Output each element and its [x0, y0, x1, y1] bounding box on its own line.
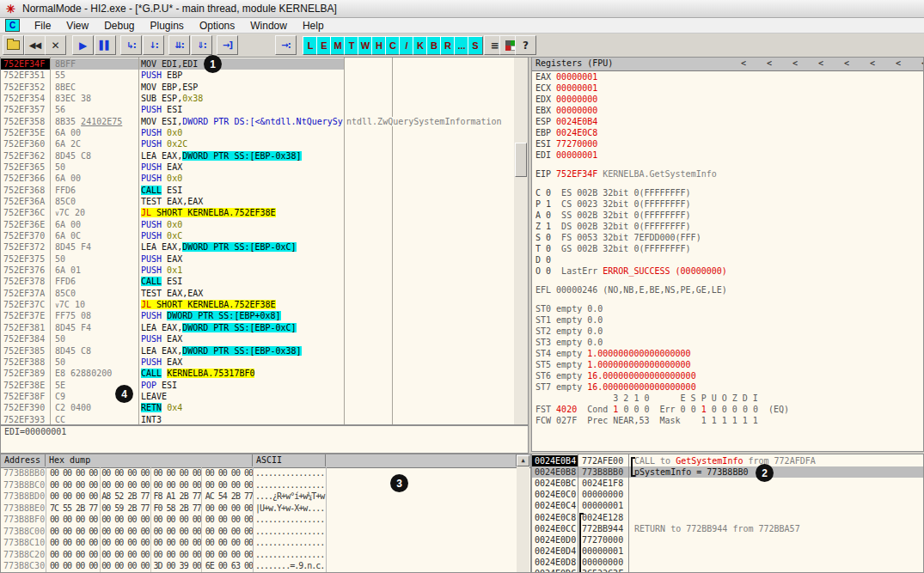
register-line[interactable]: ST7 empty 16.000000000000000000 — [535, 381, 923, 393]
text-segment: 85C0 — [55, 197, 76, 206]
register-line[interactable]: ST6 empty 16.000000000000000000 — [535, 370, 923, 381]
disasm-row[interactable]: 752EF37A85C0TEST EAX,EAX — [1, 288, 528, 299]
disasm-row[interactable]: 752EF389E8 62880200CALL KERNELBA.75317BF… — [1, 368, 528, 379]
disasm-row[interactable]: 752EF3728D45 F4LEA EAX,DWORD PTR SS:[EBP… — [1, 241, 528, 253]
menu-item-options[interactable]: Options — [192, 19, 242, 33]
register-line[interactable]: EIP 752EF34F KERNELBA.GetSystemInfo — [535, 168, 923, 180]
disasm-row[interactable]: 752EF38450PUSH EAX — [1, 333, 528, 344]
register-line[interactable]: 3 2 1 0 E S P U O Z D I — [535, 393, 923, 404]
disasm-row[interactable]: 752EF35483EC 38SUB ESP,0x38 — [1, 93, 528, 104]
stack-row[interactable]: 0024E0D077270000 — [532, 534, 923, 546]
register-line[interactable]: ST3 empty 0.0 — [535, 337, 923, 348]
register-line[interactable]: ST0 empty 0.0 — [535, 303, 923, 314]
open-file-button[interactable] — [3, 35, 24, 55]
disasm-row[interactable]: 752EF36E6A 00PUSH 0x0 — [1, 219, 528, 230]
cpu-window-system-icon[interactable]: C — [5, 19, 20, 32]
disasm-row[interactable]: 752EF390C2 0400RETN 0x4 — [1, 402, 528, 413]
stack-row[interactable]: 0024E0B4772AFE00CALL to GetSystemInfo fr… — [532, 455, 923, 466]
pause-button[interactable]: ▌▌ — [95, 35, 116, 55]
disasm-row[interactable]: 752EF3818D45 F4LEA EAX,DWORD PTR SS:[EBP… — [1, 322, 528, 333]
register-line[interactable]: C 0 ES 002B 32bit 0(FFFFFFFF) — [535, 187, 923, 198]
disasm-row[interactable]: 752EF37EFF75 08PUSH DWORD PTR SS:[EBP+0x… — [1, 310, 528, 321]
menu-item-plugins[interactable]: Plugins — [143, 19, 192, 33]
disasm-row[interactable]: 752EF368FFD6CALL ESI — [1, 185, 528, 196]
disasm-instruction: RETN 0x4 — [138, 402, 344, 413]
register-line[interactable]: EBX 00000000 — [535, 105, 923, 116]
register-line[interactable]: D 0 — [535, 254, 923, 265]
disasm-row[interactable]: 752EF38850PUSH EAX — [1, 357, 528, 368]
disasm-row[interactable]: 752EF3628D45 C8LEA EAX,DWORD PTR SS:[EBP… — [1, 150, 528, 162]
disasm-row[interactable]: 752EF3588B35 24102E75MOV ESI,DWORD PTR D… — [1, 116, 528, 127]
stack-row[interactable]: 0024E0C400000001 — [532, 500, 923, 511]
register-line[interactable]: EFL 00000246 (NO,NB,E,BE,NS,PE,GE,LE) — [535, 284, 923, 296]
stack-row[interactable]: 0024E0CC772BB944RETURN to 772BB944 from … — [532, 523, 923, 534]
register-line[interactable]: EDI 00000001 — [535, 149, 923, 161]
disasm-row[interactable]: 752EF3666A 00PUSH 0x0 — [1, 173, 528, 184]
close-program-icon: ✕ — [51, 40, 59, 52]
restart-button[interactable]: ◀◀ — [24, 35, 46, 55]
help-button[interactable]: ? — [515, 35, 536, 55]
disasm-row[interactable]: 752EF36A85C0TEST EAX,EAX — [1, 196, 528, 207]
toolbar: ◀◀✕▶▌▌↳:↓:⇊:⇓:→]→:≡?LEMTWHC/KBR...S — [0, 34, 924, 58]
register-line[interactable]: EAX 00000001 — [535, 71, 923, 82]
register-line[interactable]: ESP 0024E0B4 — [535, 116, 923, 127]
stack-row[interactable]: 0024E0BC0024E1F8 — [532, 478, 923, 489]
disasm-row[interactable]: 752EF37550PUSH EAX — [1, 253, 528, 265]
stack-row[interactable]: 0024E0D400000001 — [532, 546, 923, 557]
animate-into-button[interactable]: ⇊: — [168, 35, 190, 55]
menu-item-file[interactable]: File — [27, 19, 58, 33]
stack-row[interactable]: 0024E0C000000000 — [532, 489, 923, 500]
stack-row[interactable]: 0024E0B8773B8BB0pSystemInfo = 773B8BB0 — [532, 466, 923, 478]
disasm-row[interactable]: 752EF34F8BFFMOV EDI,EDI — [1, 58, 528, 70]
menu-item-debug[interactable]: Debug — [96, 19, 142, 33]
disasm-row[interactable]: 752EF3706A 0CPUSH 0xC — [1, 230, 528, 241]
disasm-row[interactable]: 752EF35756PUSH ESI — [1, 104, 528, 115]
register-line[interactable]: T 0 GS 002B 32bit 0(FFFFFFFF) — [535, 243, 923, 254]
dump-scroll-up-button[interactable]: ▲ — [517, 455, 529, 466]
step-into-button[interactable]: ↳: — [120, 35, 142, 55]
view-window-button-S[interactable]: S — [468, 36, 483, 55]
disasm-row[interactable]: 752EF37C∨7C 10JL SHORT KERNELBA.752EF38E — [1, 299, 528, 310]
disasm-row[interactable]: 752EF36550PUSH EAX — [1, 162, 528, 173]
menu-item-window[interactable]: Window — [242, 19, 295, 33]
stack-row[interactable]: 0024E0D800000000 — [532, 557, 923, 568]
disasm-row[interactable]: 752EF38FC9LEAVE — [1, 391, 528, 402]
step-over-button[interactable]: ↓: — [143, 35, 164, 55]
disasm-row[interactable]: 752EF3606A 2CPUSH 0x2C — [1, 138, 528, 149]
register-line[interactable]: ST5 empty 1.000000000000000000 — [535, 359, 923, 370]
menu-item-help[interactable]: Help — [295, 19, 332, 33]
execute-till-user-button[interactable]: →: — [275, 35, 297, 55]
text-segment: PUSH — [141, 139, 167, 149]
register-line[interactable]: P 1 CS 0023 32bit 0(FFFFFFFF) — [535, 198, 923, 210]
stack-row[interactable]: 0024E0DC3C522C3F — [532, 568, 923, 573]
disasm-row[interactable]: 752EF36C∨7C 20JL SHORT KERNELBA.752EF38E — [1, 207, 528, 218]
register-line[interactable]: ESI 77270000 — [535, 138, 923, 149]
disasm-row[interactable]: 752EF3528BECMOV EBP,ESP — [1, 82, 528, 93]
register-line[interactable]: EBP 0024E0C8 — [535, 127, 923, 138]
register-line[interactable]: S 0 FS 0053 32bit 7EFDD000(FFF) — [535, 232, 923, 243]
dump-scrollbar[interactable] — [517, 466, 529, 572]
register-line[interactable]: ST1 empty 0.0 — [535, 314, 923, 326]
execute-till-return-button[interactable]: →] — [217, 35, 238, 55]
disasm-row[interactable]: 752EF3858D45 C8LEA EAX,DWORD PTR SS:[EBP… — [1, 345, 528, 357]
register-line[interactable]: FST 4020 Cond 1 0 0 0 Err 0 0 1 0 0 0 0 … — [535, 404, 923, 415]
register-line[interactable]: ST4 empty 1.000000000000000000 — [535, 348, 923, 359]
register-line[interactable]: A 0 SS 002B 32bit 0(FFFFFFFF) — [535, 210, 923, 221]
register-line[interactable]: FCW 027F Prec NEAR,53 Mask 1 1 1 1 1 1 — [535, 415, 923, 426]
register-line[interactable]: EDX 00000000 — [535, 94, 923, 105]
run-button[interactable]: ▶ — [72, 35, 94, 55]
register-line[interactable]: O 0 LastErr ERROR_SUCCESS (00000000) — [535, 265, 923, 277]
disasm-row[interactable]: 752EF35155PUSH EBP — [1, 70, 528, 81]
disasm-row[interactable]: 752EF35E6A 00PUSH 0x0 — [1, 127, 528, 138]
stack-row[interactable]: 0024E0C80024E128 — [532, 512, 923, 523]
register-line[interactable]: Z 1 DS 002B 32bit 0(FFFFFFFF) — [535, 221, 923, 232]
register-line[interactable]: ECX 00000001 — [535, 82, 923, 94]
menu-item-view[interactable]: View — [58, 19, 96, 33]
disasm-row[interactable]: 752EF38E5EPOP ESI — [1, 380, 528, 391]
animate-over-button[interactable]: ⇓: — [191, 35, 212, 55]
register-line[interactable]: ST2 empty 0.0 — [535, 326, 923, 337]
disasm-row[interactable]: 752EF378FFD6CALL ESI — [1, 276, 528, 287]
disasm-row[interactable]: 752EF3766A 01PUSH 0x1 — [1, 265, 528, 276]
close-program-button[interactable]: ✕ — [45, 35, 66, 55]
disasm-row[interactable]: 752EF393CCINT3 — [1, 414, 528, 425]
